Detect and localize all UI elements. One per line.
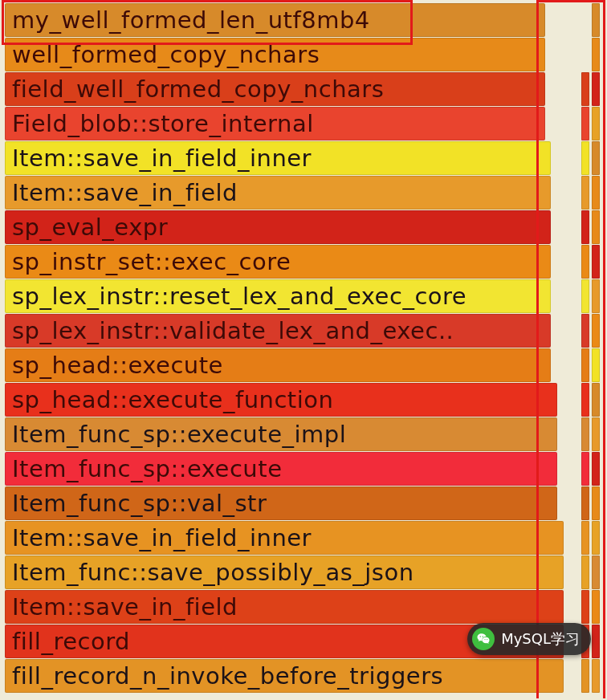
side-strip-row xyxy=(567,314,602,348)
side-strip-slice xyxy=(592,590,600,624)
side-strip-row xyxy=(567,659,602,693)
side-strip-slice xyxy=(592,314,600,348)
side-strip-row xyxy=(567,72,602,106)
flamegraph-canvas: my_well_formed_len_utf8mb4well_formed_co… xyxy=(0,0,607,700)
flame-frame[interactable]: sp_eval_expr xyxy=(5,210,551,244)
flame-frame[interactable]: sp_head::execute_function xyxy=(5,383,557,417)
watermark-label: MySQL学习 xyxy=(501,629,580,649)
flame-frame-label: Item::save_in_field xyxy=(6,181,238,205)
side-strip-slice xyxy=(581,245,589,279)
side-strip-slice xyxy=(592,279,600,313)
side-strip-slice xyxy=(592,625,600,658)
side-strip-row xyxy=(567,417,602,451)
side-strip-slice xyxy=(581,176,589,210)
flame-frame-label: fill_record_n_invoke_before_triggers xyxy=(6,665,443,688)
side-strip-row xyxy=(567,210,602,244)
side-strip-slice xyxy=(592,107,600,140)
side-strip-slice xyxy=(581,452,589,486)
flame-frame[interactable]: Item::save_in_field xyxy=(5,176,551,210)
side-strip-slice xyxy=(581,141,589,175)
flame-frame-label: Item_func_sp::execute_impl xyxy=(6,423,346,446)
flame-frame-label: sp_lex_instr::reset_lex_and_exec_core xyxy=(6,285,466,308)
flame-frame[interactable]: sp_lex_instr::validate_lex_and_exec.. xyxy=(5,314,551,348)
side-strip-slice xyxy=(581,314,589,348)
flame-frame[interactable]: Item::save_in_field_inner xyxy=(5,521,564,555)
flame-frame-label: Field_blob::store_internal xyxy=(6,112,314,136)
flame-frame-label: my_well_formed_len_utf8mb4 xyxy=(6,9,370,32)
side-strip-slice xyxy=(592,38,600,71)
side-strip-slice xyxy=(581,590,589,624)
side-strip-slice xyxy=(592,452,600,486)
flame-frame[interactable]: my_well_formed_len_utf8mb4 xyxy=(5,3,545,37)
side-strip-slice xyxy=(581,348,589,382)
side-strip-row xyxy=(567,38,602,71)
flame-frame[interactable]: Item::save_in_field xyxy=(5,590,564,624)
flame-frame-label: well_formed_copy_nchars xyxy=(6,43,320,67)
side-strip-slice xyxy=(581,383,589,417)
flame-frame-label: Item_func::save_possibly_as_json xyxy=(6,561,414,584)
flame-frame-label: sp_eval_expr xyxy=(6,216,168,239)
flame-frame[interactable]: field_well_formed_copy_nchars xyxy=(5,72,545,106)
side-strip-row xyxy=(567,521,602,555)
flame-frame-label: Item_func_sp::execute xyxy=(6,458,282,481)
flame-frame[interactable]: sp_instr_set::exec_core xyxy=(5,245,551,279)
flame-frame[interactable]: Field_blob::store_internal xyxy=(5,107,545,140)
flame-frame[interactable]: sp_lex_instr::reset_lex_and_exec_core xyxy=(5,279,551,313)
side-strip-slice xyxy=(592,245,600,279)
flame-frame-label: sp_instr_set::exec_core xyxy=(6,250,291,274)
flame-frame[interactable]: Item_func_sp::val_str xyxy=(5,486,557,520)
side-strip-slice xyxy=(592,383,600,417)
flame-frame-label: Item::save_in_field xyxy=(6,596,238,619)
side-strip-slice xyxy=(592,141,600,175)
flamegraph-stack: my_well_formed_len_utf8mb4well_formed_co… xyxy=(0,3,607,694)
side-strip-row xyxy=(567,141,602,175)
side-strip-slice xyxy=(592,3,600,37)
flame-frame[interactable]: Item_func_sp::execute_impl xyxy=(5,417,557,451)
flame-frame[interactable]: well_formed_copy_nchars xyxy=(5,38,545,71)
side-strip-slice xyxy=(581,659,589,693)
side-strip-slice xyxy=(581,72,589,106)
flame-frame-label: fill_record xyxy=(6,630,130,653)
side-strip-row xyxy=(567,176,602,210)
side-strip-slice xyxy=(592,659,600,693)
side-strip-row xyxy=(567,245,602,279)
side-strip-slice xyxy=(581,486,589,520)
side-strip-row xyxy=(567,452,602,486)
side-strip-row xyxy=(567,383,602,417)
flame-frame-label: sp_head::execute xyxy=(6,354,223,377)
flame-frame-label: Item_func_sp::val_str xyxy=(6,492,267,515)
side-strip-slice xyxy=(592,348,600,382)
flame-frame[interactable]: Item::save_in_field_inner xyxy=(5,141,551,175)
flame-frame[interactable]: fill_record_n_invoke_before_triggers xyxy=(5,659,564,693)
flame-frame[interactable]: sp_head::execute xyxy=(5,348,551,382)
side-strip-slice xyxy=(581,417,589,451)
side-strip-row xyxy=(567,486,602,520)
side-strip-row xyxy=(567,590,602,624)
side-strip-row xyxy=(567,556,602,589)
side-strip-slice xyxy=(581,107,589,140)
side-strip-row xyxy=(567,348,602,382)
side-strip-slice xyxy=(581,279,589,313)
side-strip-slice xyxy=(592,521,600,555)
side-strip-slice xyxy=(581,521,589,555)
flame-frame[interactable]: Item_func::save_possibly_as_json xyxy=(5,556,564,589)
flame-frame[interactable]: Item_func_sp::execute xyxy=(5,452,557,486)
side-strip-slice xyxy=(592,556,600,589)
side-strip-slice xyxy=(592,176,600,210)
flamegraph-side-column xyxy=(567,3,602,694)
watermark-badge: MySQL学习 xyxy=(467,623,591,655)
wechat-icon xyxy=(472,628,495,650)
side-strip-slice xyxy=(581,210,589,244)
flame-frame-label: field_well_formed_copy_nchars xyxy=(6,78,384,101)
side-strip-slice xyxy=(581,556,589,589)
flame-frame-label: sp_head::execute_function xyxy=(6,389,333,412)
side-strip-row xyxy=(567,279,602,313)
side-strip-row xyxy=(567,3,602,37)
side-strip-row xyxy=(567,107,602,140)
flame-frame-label: Item::save_in_field_inner xyxy=(6,527,312,550)
flame-frame-label: sp_lex_instr::validate_lex_and_exec.. xyxy=(6,319,454,343)
flame-frame-label: Item::save_in_field_inner xyxy=(6,147,312,170)
side-strip-slice xyxy=(592,210,600,244)
side-strip-slice xyxy=(592,72,600,106)
side-strip-slice xyxy=(592,486,600,520)
